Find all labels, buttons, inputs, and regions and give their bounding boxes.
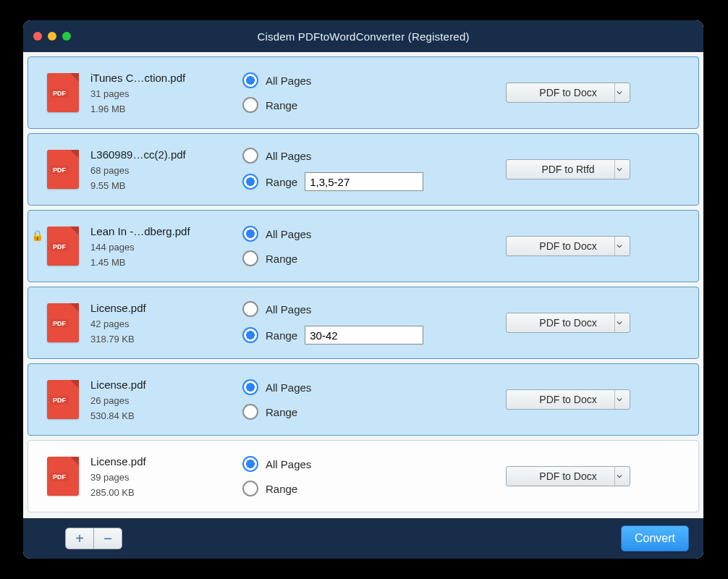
radio-range[interactable] xyxy=(242,250,258,266)
remove-file-button[interactable]: − xyxy=(93,528,122,549)
file-page-count: 144 pages xyxy=(90,242,228,253)
add-file-button[interactable]: + xyxy=(66,528,93,549)
range-label: Range xyxy=(266,329,297,342)
file-meta: License.pdf39 pages285.00 KB xyxy=(90,455,228,498)
format-dropdown[interactable]: PDF to Docx xyxy=(506,389,630,410)
file-icon-cell xyxy=(35,73,90,112)
file-meta: License.pdf26 pages530.84 KB xyxy=(90,379,228,421)
chevron-down-icon xyxy=(614,467,624,486)
traffic-lights xyxy=(33,32,71,41)
format-dropdown-label: PDF to Docx xyxy=(539,470,596,482)
radio-range[interactable] xyxy=(242,97,258,113)
file-row[interactable]: L360989…cc(2).pdf68 pages9.55 MBAll Page… xyxy=(27,133,699,206)
file-name: L360989…cc(2).pdf xyxy=(90,148,228,161)
format-dropdown[interactable]: PDF to Docx xyxy=(506,313,630,333)
chevron-down-icon xyxy=(614,237,624,255)
file-name: License.pdf xyxy=(90,455,228,468)
file-row[interactable]: License.pdf26 pages530.84 KBAll PagesRan… xyxy=(27,363,699,436)
range-option[interactable]: Range xyxy=(242,250,445,266)
file-size: 285.00 KB xyxy=(90,487,228,498)
radio-range[interactable] xyxy=(242,404,258,420)
footer: + − Convert xyxy=(23,518,703,559)
format-dropdown-label: PDF to Docx xyxy=(539,317,596,329)
file-meta: Lean In -…dberg.pdf144 pages1.45 MB xyxy=(90,225,228,268)
file-name: License.pdf xyxy=(90,302,228,314)
file-size: 1.45 MB xyxy=(90,257,228,268)
format-dropdown-label: PDF to Docx xyxy=(539,240,596,252)
radio-all-pages[interactable] xyxy=(242,148,258,164)
convert-button[interactable]: Convert xyxy=(621,525,689,551)
format-cell: PDF to Docx xyxy=(445,466,691,486)
range-label: Range xyxy=(266,99,297,111)
radio-range[interactable] xyxy=(242,327,258,343)
zoom-icon[interactable] xyxy=(62,32,71,41)
range-option[interactable]: Range xyxy=(242,97,445,113)
pdf-icon xyxy=(47,303,79,342)
format-cell: PDF to Docx xyxy=(445,83,691,103)
all-pages-label: All Pages xyxy=(266,150,311,162)
range-option[interactable]: Range xyxy=(242,326,445,345)
all-pages-option[interactable]: All Pages xyxy=(242,379,445,395)
file-row[interactable]: iTunes C…ction.pdf31 pages1.96 MBAll Pag… xyxy=(27,56,699,129)
radio-all-pages[interactable] xyxy=(242,226,258,242)
file-page-count: 42 pages xyxy=(90,318,228,329)
pdf-icon xyxy=(47,150,79,189)
file-icon-cell xyxy=(35,380,90,419)
all-pages-label: All Pages xyxy=(266,381,311,394)
file-icon-cell xyxy=(35,303,90,342)
page-options: All PagesRange xyxy=(228,301,445,345)
radio-all-pages[interactable] xyxy=(242,379,258,395)
file-row[interactable]: License.pdf39 pages285.00 KBAll PagesRan… xyxy=(27,440,699,512)
file-size: 1.96 MB xyxy=(90,103,228,114)
chevron-down-icon xyxy=(614,160,624,179)
all-pages-label: All Pages xyxy=(266,303,311,316)
all-pages-option[interactable]: All Pages xyxy=(242,456,445,472)
range-option[interactable]: Range xyxy=(242,172,445,191)
range-label: Range xyxy=(266,406,297,418)
format-cell: PDF to Docx xyxy=(445,236,691,256)
all-pages-option[interactable]: All Pages xyxy=(242,72,445,88)
titlebar: Cisdem PDFtoWordConverter (Registered) xyxy=(23,20,703,52)
convert-button-label: Convert xyxy=(635,532,675,545)
radio-range[interactable] xyxy=(242,481,258,496)
pdf-icon xyxy=(47,73,79,112)
minimize-icon[interactable] xyxy=(48,32,56,41)
format-dropdown[interactable]: PDF to Rtfd xyxy=(506,159,630,179)
all-pages-option[interactable]: All Pages xyxy=(242,226,445,242)
window-title: Cisdem PDFtoWordConverter (Registered) xyxy=(71,30,656,43)
page-options: All PagesRange xyxy=(228,72,445,113)
chevron-down-icon xyxy=(614,390,624,409)
file-name: License.pdf xyxy=(90,379,228,391)
close-icon[interactable] xyxy=(33,32,42,41)
format-dropdown-label: PDF to Docx xyxy=(539,394,596,405)
all-pages-option[interactable]: All Pages xyxy=(242,301,445,317)
lock-icon: 🔒 xyxy=(31,229,43,241)
format-dropdown[interactable]: PDF to Docx xyxy=(506,236,630,256)
format-dropdown-label: PDF to Docx xyxy=(539,87,596,98)
format-cell: PDF to Docx xyxy=(445,389,691,410)
file-row[interactable]: License.pdf42 pages318.79 KBAll PagesRan… xyxy=(27,287,699,359)
format-dropdown[interactable]: PDF to Docx xyxy=(506,83,630,103)
radio-all-pages[interactable] xyxy=(242,301,258,317)
radio-all-pages[interactable] xyxy=(242,72,258,88)
file-size: 318.79 KB xyxy=(90,334,228,345)
file-size: 530.84 KB xyxy=(90,410,228,421)
range-input[interactable] xyxy=(305,172,423,191)
radio-range[interactable] xyxy=(242,174,258,190)
chevron-down-icon xyxy=(614,83,624,102)
range-label: Range xyxy=(266,483,297,495)
range-option[interactable]: Range xyxy=(242,404,445,420)
pdf-icon xyxy=(47,380,79,419)
file-row[interactable]: 🔒Lean In -…dberg.pdf144 pages1.45 MBAll … xyxy=(27,210,699,282)
file-meta: License.pdf42 pages318.79 KB xyxy=(90,302,228,345)
range-input[interactable] xyxy=(305,326,423,345)
range-option[interactable]: Range xyxy=(242,481,445,496)
pdf-icon xyxy=(47,227,79,266)
all-pages-option[interactable]: All Pages xyxy=(242,148,445,164)
file-meta: iTunes C…ction.pdf31 pages1.96 MB xyxy=(90,72,228,114)
plus-icon: + xyxy=(75,531,84,547)
page-options: All PagesRange xyxy=(228,226,445,266)
all-pages-label: All Pages xyxy=(266,458,311,470)
format-dropdown[interactable]: PDF to Docx xyxy=(506,466,630,486)
radio-all-pages[interactable] xyxy=(242,456,258,472)
